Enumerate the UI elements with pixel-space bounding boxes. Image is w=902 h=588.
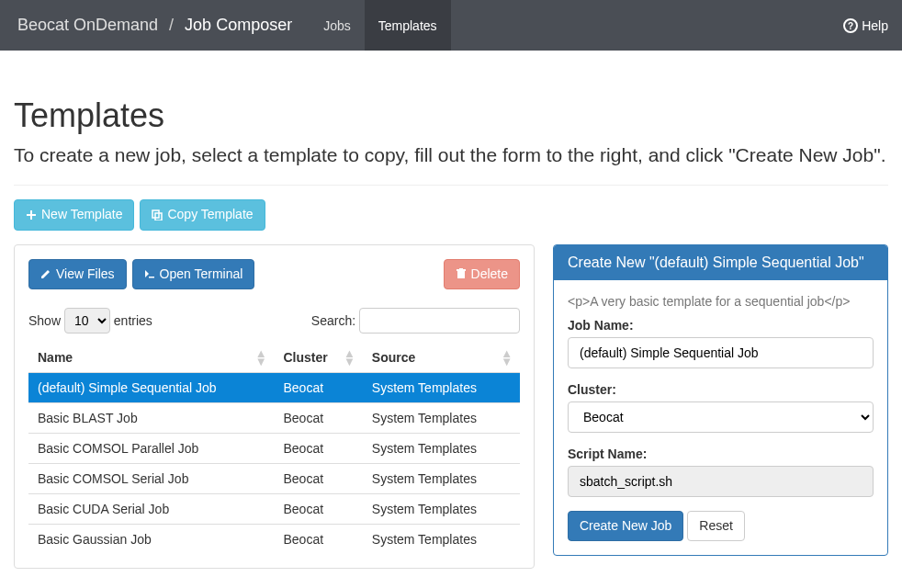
show-prefix: Show [28, 313, 61, 328]
help-label: Help [862, 18, 888, 33]
table-row[interactable]: Basic CUDA Serial JobBeocatSystem Templa… [28, 494, 520, 525]
svg-rect-9 [459, 268, 463, 269]
navbar: Beocat OnDemand / Job Composer Jobs Temp… [0, 0, 902, 51]
cell-name: Basic Gaussian Job [28, 525, 275, 555]
cell-cluster: Beocat [275, 525, 363, 555]
templates-panel: View Files Open Terminal [14, 244, 535, 570]
brand-link[interactable]: Beocat OnDemand [17, 16, 158, 35]
col-name-label: Name [38, 350, 73, 365]
delete-button[interactable]: Delete [444, 259, 520, 290]
create-job-panel: Create New "(default) Simple Sequential … [553, 244, 888, 557]
terminal-icon [144, 268, 155, 279]
page-subtitle: To create a new job, select a template t… [14, 144, 888, 166]
col-cluster[interactable]: Cluster ▲▼ [275, 343, 363, 373]
cell-name: Basic BLAST Job [28, 403, 275, 434]
open-terminal-button[interactable]: Open Terminal [132, 259, 255, 290]
cluster-select[interactable]: Beocat [568, 401, 874, 433]
page-heading: Templates [14, 96, 888, 135]
job-name-label: Job Name: [568, 318, 874, 333]
cell-cluster: Beocat [275, 403, 363, 434]
length-control: Show 10 entries [28, 308, 152, 334]
cell-source: System Templates [363, 403, 520, 434]
cell-cluster: Beocat [275, 464, 363, 494]
question-circle-icon: ? [843, 18, 858, 33]
svg-rect-8 [457, 269, 466, 271]
table-row[interactable]: Basic COMSOL Serial JobBeocatSystem Temp… [28, 464, 520, 494]
svg-text:?: ? [848, 21, 853, 31]
nav-link-templates[interactable]: Templates [365, 0, 451, 51]
sort-icon: ▲▼ [344, 349, 355, 366]
cell-source: System Templates [363, 525, 520, 555]
view-files-button[interactable]: View Files [28, 259, 127, 290]
cell-name: Basic CUDA Serial Job [28, 494, 275, 525]
cell-source: System Templates [363, 464, 520, 494]
view-files-label: View Files [56, 266, 115, 284]
sort-icon: ▲▼ [255, 349, 267, 366]
cell-source: System Templates [363, 494, 520, 525]
divider [14, 185, 888, 186]
table-row[interactable]: Basic COMSOL Parallel JobBeocatSystem Te… [28, 434, 520, 464]
cell-name: (default) Simple Sequential Job [28, 373, 275, 403]
col-name[interactable]: Name ▲▼ [28, 343, 275, 373]
help-link[interactable]: ? Help [843, 0, 888, 51]
cell-cluster: Beocat [275, 494, 363, 525]
breadcrumb: Beocat OnDemand / Job Composer [14, 0, 296, 51]
new-template-button[interactable]: New Template [14, 199, 134, 231]
script-name-input [568, 466, 874, 497]
file-toolbar: View Files Open Terminal [28, 259, 520, 290]
col-source-label: Source [372, 350, 415, 365]
col-cluster-label: Cluster [284, 350, 328, 365]
search-control: Search: [311, 308, 520, 334]
cell-name: Basic COMSOL Parallel Job [28, 434, 275, 464]
nav-link-jobs[interactable]: Jobs [310, 0, 365, 51]
datatable-controls: Show 10 entries Search: [28, 308, 520, 334]
job-name-input[interactable] [568, 337, 874, 368]
sort-icon: ▲▼ [501, 349, 513, 366]
plus-icon [26, 209, 37, 220]
template-notes: <p>A very basic template for a sequentia… [568, 294, 874, 309]
page-header: Templates To create a new job, select a … [14, 96, 888, 166]
template-toolbar: New Template Copy Template [14, 199, 888, 231]
cell-name: Basic COMSOL Serial Job [28, 464, 275, 494]
svg-rect-6 [149, 277, 154, 278]
table-row[interactable]: (default) Simple Sequential JobBeocatSys… [28, 373, 520, 403]
copy-template-button[interactable]: Copy Template [140, 199, 265, 231]
trash-icon [456, 268, 467, 279]
search-input[interactable] [359, 308, 520, 334]
cell-source: System Templates [363, 434, 520, 464]
search-label: Search: [311, 313, 355, 328]
edit-icon [40, 268, 51, 279]
cell-source: System Templates [363, 373, 520, 403]
copy-icon [152, 209, 163, 220]
copy-template-label: Copy Template [167, 206, 253, 224]
page-length-select[interactable]: 10 [64, 308, 110, 334]
templates-table: Name ▲▼ Cluster ▲▼ Source ▲▼ [28, 343, 520, 554]
main-nav: Jobs Templates [310, 0, 450, 51]
table-row[interactable]: Basic BLAST JobBeocatSystem Templates [28, 403, 520, 434]
create-job-panel-heading: Create New "(default) Simple Sequential … [554, 245, 887, 280]
delete-label: Delete [471, 266, 508, 284]
new-template-label: New Template [41, 206, 122, 224]
svg-rect-3 [27, 214, 36, 216]
page-title: Job Composer [185, 16, 292, 35]
cluster-label: Cluster: [568, 382, 874, 397]
entries-suffix: entries [114, 313, 152, 328]
reset-button[interactable]: Reset [687, 511, 745, 542]
table-row[interactable]: Basic Gaussian JobBeocatSystem Templates [28, 525, 520, 555]
cell-cluster: Beocat [275, 373, 363, 403]
open-terminal-label: Open Terminal [160, 266, 243, 284]
svg-rect-7 [457, 271, 465, 278]
breadcrumb-sep: / [169, 16, 174, 35]
cell-cluster: Beocat [275, 434, 363, 464]
create-new-job-button[interactable]: Create New Job [568, 511, 683, 542]
script-name-label: Script Name: [568, 447, 874, 461]
col-source[interactable]: Source ▲▼ [363, 343, 520, 373]
